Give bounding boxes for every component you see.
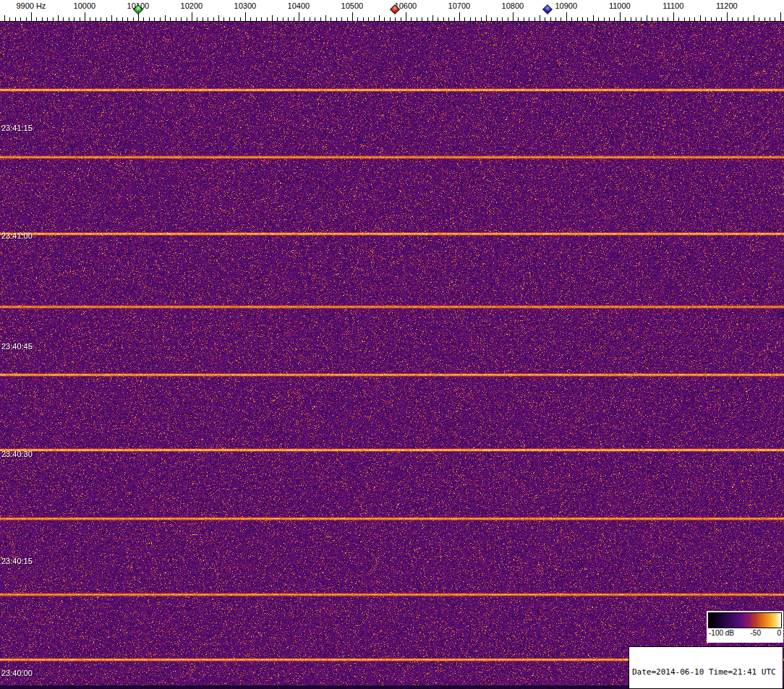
ruler-tick	[208, 17, 208, 21]
ruler-tick	[116, 17, 117, 21]
ruler-tick	[127, 17, 128, 21]
ruler-tick	[63, 17, 64, 21]
ruler-tick	[352, 12, 353, 21]
ruler-tick	[604, 17, 605, 21]
ruler-tick	[443, 17, 444, 21]
ruler-tick	[571, 17, 572, 21]
time-axis-label: 23:40:15	[1, 557, 33, 565]
ruler-tick	[58, 15, 59, 21]
ruler-tick	[36, 17, 37, 21]
ruler-tick	[256, 17, 257, 21]
ruler-tick	[154, 17, 155, 21]
legend-max-label: 0	[777, 629, 781, 637]
ruler-tick	[550, 17, 551, 21]
frequency-ruler[interactable]: 9900 Hz100001010010200103001040010500106…	[0, 0, 784, 22]
ruler-tick	[561, 17, 561, 21]
ruler-frequency-label: 10300	[234, 1, 257, 10]
ruler-tick	[529, 17, 529, 21]
ruler-tick	[368, 17, 369, 21]
ruler-tick	[401, 17, 401, 21]
ruler-tick	[9, 17, 10, 21]
ruler-tick	[245, 12, 246, 21]
ruler-tick	[240, 17, 241, 21]
ruler-tick	[122, 17, 123, 21]
ruler-tick	[448, 17, 449, 21]
ruler-tick	[470, 17, 471, 21]
ruler-tick	[641, 17, 642, 21]
ruler-tick	[764, 17, 765, 21]
ruler-tick	[165, 15, 166, 21]
ruler-tick	[15, 17, 16, 21]
ruler-tick	[433, 15, 433, 21]
ruler-tick	[486, 15, 487, 21]
time-axis-label: 23:41:15	[1, 124, 33, 132]
ruler-frequency-label: 10400	[288, 1, 310, 10]
ruler-frequency-label: 10900	[555, 1, 578, 10]
ruler-tick	[234, 17, 235, 21]
ruler-tick	[363, 17, 364, 21]
ruler-tick	[160, 17, 161, 21]
ruler-tick	[176, 17, 176, 21]
spectrogram-canvas[interactable]	[0, 22, 784, 689]
ruler-tick	[427, 17, 428, 21]
ruler-tick	[678, 17, 679, 21]
ruler-tick	[406, 12, 406, 21]
ruler-tick	[631, 17, 631, 21]
ruler-tick	[106, 17, 107, 21]
ruler-tick	[42, 17, 43, 21]
waterfall-area: 23:41:1523:41:0023:40:4523:40:3023:40:15…	[0, 22, 784, 689]
ruler-tick	[53, 17, 54, 21]
ruler-frequency-label: 10800	[502, 1, 524, 10]
marker-blue-diamond[interactable]	[542, 4, 553, 14]
ruler-tick	[566, 12, 567, 21]
ruler-tick	[304, 17, 304, 21]
ruler-tick	[721, 17, 722, 21]
ruler-frequency-label: 11100	[662, 1, 683, 10]
ruler-tick	[229, 17, 230, 21]
ruler-tick	[614, 17, 615, 21]
ruler-tick	[502, 17, 503, 21]
ruler-tick	[625, 17, 626, 21]
ruler-frequency-label: 10700	[448, 1, 471, 10]
ruler-tick	[770, 17, 770, 21]
ruler-tick	[294, 17, 294, 21]
ruler-tick	[518, 17, 519, 21]
ruler-tick	[69, 17, 69, 21]
ruler-tick	[759, 17, 759, 21]
ruler-tick	[700, 15, 701, 21]
ruler-tick	[395, 17, 396, 21]
ruler-tick	[277, 17, 278, 21]
ruler-tick	[357, 17, 358, 21]
ruler-tick	[288, 17, 289, 21]
ruler-tick	[652, 17, 652, 21]
ruler-tick	[26, 17, 27, 21]
ruler-tick	[513, 12, 514, 21]
ruler-tick	[341, 17, 342, 21]
ruler-tick	[347, 17, 348, 21]
ruler-tick	[689, 17, 690, 21]
db-scale-labels: -100 dB -50 0	[708, 628, 782, 637]
ruler-tick	[374, 17, 375, 21]
time-axis-label: 23:40:00	[1, 669, 33, 677]
ruler-tick	[74, 17, 74, 21]
ruler-tick	[711, 17, 712, 21]
ruler-tick	[213, 17, 214, 21]
db-gradient-bar	[708, 612, 782, 628]
ruler-tick	[181, 17, 182, 21]
ruler-tick	[508, 17, 508, 21]
legend-mid-label: -50	[751, 629, 761, 637]
ruler-tick	[454, 17, 455, 21]
ruler-tick	[657, 17, 658, 21]
ruler-tick	[267, 17, 268, 21]
ruler-tick	[85, 12, 85, 21]
ruler-tick	[647, 15, 647, 21]
ruler-frequency-label: 9900 Hz	[16, 1, 46, 10]
ruler-tick	[684, 17, 685, 21]
ruler-tick	[203, 17, 203, 21]
ruler-tick	[524, 17, 524, 21]
ruler-tick	[555, 17, 556, 21]
ruler-tick	[170, 17, 171, 21]
ruler-tick	[261, 17, 262, 21]
ruler-tick	[620, 12, 621, 21]
ruler-tick	[47, 17, 48, 21]
